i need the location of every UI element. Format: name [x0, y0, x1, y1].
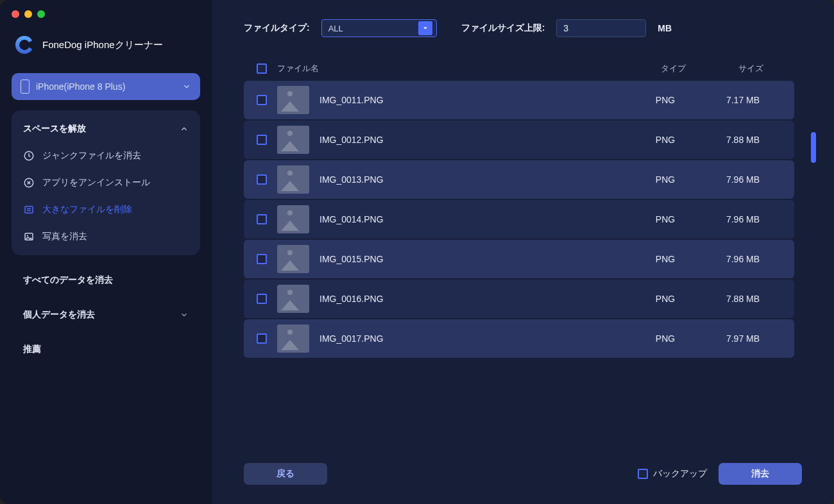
footer-right: バックアップ 消去 [638, 463, 802, 485]
app-logo-icon [14, 35, 35, 55]
image-thumbnail-icon [277, 205, 309, 233]
filter-type-label: ファイルタイプ: [244, 22, 310, 34]
sidebar-item-label: ジャンクファイルを消去 [42, 150, 141, 162]
sidebar-item-erase-private[interactable]: 個人データを消去 [12, 300, 200, 324]
file-type: PNG [636, 95, 694, 105]
app-title-row: FoneDog iPhoneクリーナー [12, 32, 200, 63]
header-size: サイズ [712, 63, 789, 74]
file-name: IMG_0016.PNG [319, 294, 626, 304]
sidebar-item-label: アプリをアンインストール [42, 177, 150, 189]
chevron-down-icon [182, 82, 191, 91]
file-size: 7.88 MB [704, 135, 781, 145]
close-window-icon[interactable] [12, 10, 19, 18]
file-type-dropdown[interactable]: ALL [321, 19, 437, 37]
backup-checkbox[interactable] [638, 469, 648, 479]
svg-point-4 [27, 235, 28, 236]
table-row[interactable]: IMG_0014.PNGPNG7.96 MB [244, 200, 794, 239]
row-checkbox[interactable] [257, 214, 267, 224]
file-type: PNG [636, 294, 694, 304]
button-label: 戻る [277, 468, 294, 480]
file-size: 7.96 MB [704, 254, 781, 264]
file-size: 7.96 MB [704, 214, 781, 224]
sidebar-item-uninstall[interactable]: アプリをアンインストール [12, 169, 200, 196]
sidebar-item-recommended[interactable]: 推薦 [12, 335, 200, 359]
file-type: PNG [636, 333, 694, 344]
image-thumbnail-icon [277, 165, 309, 194]
image-thumbnail-icon [277, 126, 309, 154]
row-checkbox[interactable] [257, 254, 267, 264]
scrollbar-thumb[interactable] [811, 132, 816, 163]
file-type: PNG [636, 135, 694, 145]
file-name: IMG_0017.PNG [319, 333, 626, 344]
sidebar-item-label: 大きなファイルを削除 [42, 204, 132, 215]
file-name: IMG_0012.PNG [319, 135, 626, 145]
table-row[interactable]: IMG_0011.PNGPNG7.17 MB [244, 81, 794, 119]
list-icon [23, 204, 35, 215]
table-header: ファイル名 タイプ サイズ [244, 56, 802, 81]
backup-checkbox-row[interactable]: バックアップ [638, 468, 707, 480]
nav-header-free-space[interactable]: スペースを解放 [12, 115, 200, 142]
row-checkbox[interactable] [257, 95, 267, 105]
device-selector[interactable]: iPhone(iPhone 8 Plus) [12, 73, 200, 100]
x-circle-icon [23, 177, 35, 189]
erase-button[interactable]: 消去 [719, 463, 802, 485]
chevron-up-icon [180, 124, 189, 133]
dropdown-value: ALL [328, 24, 343, 33]
backup-label: バックアップ [653, 468, 707, 480]
header-type: タイプ [644, 63, 702, 74]
sidebar: FoneDog iPhoneクリーナー iPhone(iPhone 8 Plus… [0, 0, 212, 504]
dropdown-arrow-icon [418, 21, 432, 35]
sidebar-item-label: 写真を消去 [42, 231, 87, 242]
file-name: IMG_0013.PNG [319, 174, 626, 185]
image-thumbnail-icon [277, 86, 309, 114]
clock-icon [23, 150, 35, 162]
nav-header-label: スペースを解放 [23, 123, 86, 135]
header-filename: ファイル名 [277, 63, 634, 74]
sidebar-item-large-files[interactable]: 大きなファイルを削除 [12, 196, 200, 223]
back-button[interactable]: 戻る [244, 463, 327, 485]
size-unit-label: MB [658, 23, 672, 33]
sidebar-item-photos[interactable]: 写真を消去 [12, 223, 200, 250]
row-checkbox[interactable] [257, 333, 267, 344]
table-row[interactable]: IMG_0012.PNGPNG7.88 MB [244, 121, 794, 159]
file-name: IMG_0011.PNG [319, 95, 626, 105]
chevron-down-icon [180, 310, 189, 319]
sidebar-plain-label: 個人データを消去 [23, 309, 95, 321]
select-all-checkbox[interactable] [257, 63, 267, 74]
svg-rect-2 [25, 206, 33, 214]
button-label: 消去 [751, 468, 769, 480]
file-size: 7.96 MB [704, 174, 781, 185]
table-row[interactable]: IMG_0013.PNGPNG7.96 MB [244, 160, 794, 199]
image-thumbnail-icon [277, 324, 309, 353]
image-thumbnail-icon [277, 245, 309, 273]
file-size: 7.97 MB [704, 333, 781, 344]
window-controls [12, 10, 200, 22]
app-window: FoneDog iPhoneクリーナー iPhone(iPhone 8 Plus… [0, 0, 834, 504]
device-label: iPhone(iPhone 8 Plus) [36, 81, 176, 92]
row-checkbox[interactable] [257, 174, 267, 185]
file-type: PNG [636, 254, 694, 264]
table-row[interactable]: IMG_0016.PNGPNG7.88 MB [244, 280, 794, 318]
file-name: IMG_0015.PNG [319, 254, 626, 264]
zoom-window-icon[interactable] [37, 10, 45, 18]
main-panel: ファイルタイプ: ALL ファイルサイズ上限: MB ファイル名 タイプ サイズ… [212, 0, 834, 504]
file-size: 7.88 MB [704, 294, 781, 304]
table-row[interactable]: IMG_0015.PNGPNG7.96 MB [244, 240, 794, 278]
app-title: FoneDog iPhoneクリーナー [42, 39, 163, 51]
file-type: PNG [636, 214, 694, 224]
file-size-input[interactable] [556, 19, 646, 37]
table-row[interactable]: IMG_0017.PNGPNG7.97 MB [244, 319, 794, 358]
sidebar-item-junk[interactable]: ジャンクファイルを消去 [12, 142, 200, 169]
minimize-window-icon[interactable] [24, 10, 32, 18]
image-thumbnail-icon [277, 285, 309, 313]
sidebar-item-erase-all[interactable]: すべてのデータを消去 [12, 265, 200, 290]
phone-icon [21, 80, 30, 94]
file-type: PNG [636, 174, 694, 185]
photo-icon [23, 231, 35, 242]
nav-card-free-space: スペースを解放 ジャンクファイルを消去 アプリをアンインストール [12, 110, 200, 255]
filter-bar: ファイルタイプ: ALL ファイルサイズ上限: MB [244, 19, 802, 37]
row-checkbox[interactable] [257, 294, 267, 304]
file-list[interactable]: IMG_0011.PNGPNG7.17 MBIMG_0012.PNGPNG7.8… [244, 81, 802, 445]
footer-bar: 戻る バックアップ 消去 [244, 445, 802, 485]
row-checkbox[interactable] [257, 135, 267, 145]
